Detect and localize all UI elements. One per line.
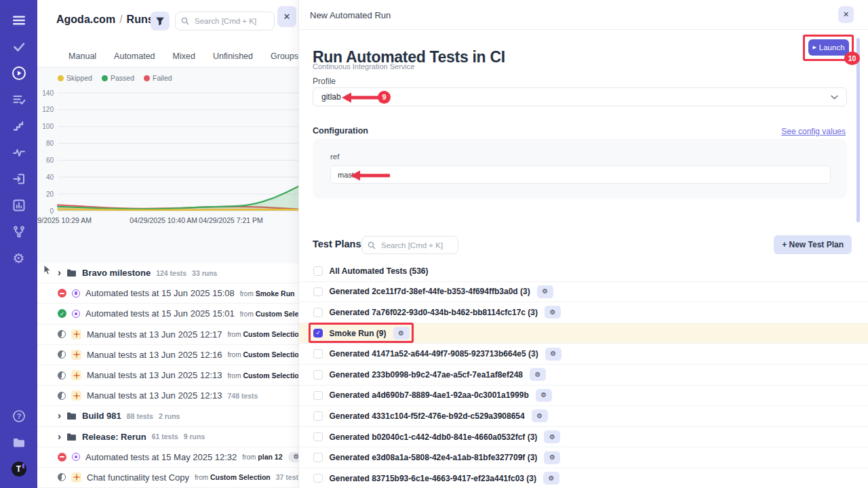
test-plan-checkbox[interactable] [313, 308, 323, 317]
run-title: Automated tests at 15 Jun 2025 15:01 [85, 308, 235, 319]
close-drawer-button[interactable]: ✕ [838, 6, 854, 23]
folder-icon [66, 268, 77, 277]
launch-button[interactable]: ▶ Launch [808, 39, 849, 56]
chevron-right-icon[interactable]: › [58, 410, 61, 420]
bar-chart-icon[interactable] [9, 196, 28, 215]
test-plan-settings-button[interactable]: ⚙ [545, 348, 561, 361]
test-plan-settings-button[interactable]: ⚙ [537, 285, 553, 298]
tab-automated[interactable]: Automated [114, 52, 155, 61]
test-plan-checkbox[interactable] [313, 349, 323, 359]
profile-select[interactable]: gitlab [313, 87, 847, 106]
user-avatar[interactable]: T [9, 460, 28, 479]
test-plan-checkbox[interactable] [313, 474, 323, 483]
filter-button[interactable] [151, 12, 170, 30]
test-plan-settings-button[interactable]: ⚙ [393, 327, 410, 340]
run-row[interactable]: Automated tests at 15 May 2025 12:32from… [37, 447, 298, 468]
play-circle-icon[interactable] [9, 64, 28, 83]
chevron-down-icon [831, 95, 838, 100]
help-icon[interactable]: ? [9, 407, 28, 426]
chevron-right-icon[interactable]: › [58, 431, 61, 441]
breadcrumb-project[interactable]: Agoda.com [56, 14, 115, 25]
run-row[interactable]: ✓Automated tests at 15 Jun 2025 15:01fro… [37, 304, 298, 324]
run-row[interactable]: Automated tests at 15 Jun 2025 15:08from… [37, 283, 298, 304]
test-plan-checkbox[interactable] [313, 432, 323, 442]
run-row[interactable]: Chat functinality test CopyfromCustom Se… [37, 468, 298, 488]
run-row[interactable]: Manual tests at 13 Jun 2025 12:17fromCus… [37, 325, 298, 345]
svg-text:60: 60 [46, 157, 54, 164]
test-plan-row[interactable]: Smoke Run (9)⚙ [299, 323, 868, 344]
test-plan-settings-button[interactable]: ⚙ [544, 430, 560, 443]
test-plan-checkbox[interactable] [313, 391, 323, 401]
run-group-meta: 124 tests [156, 269, 186, 277]
test-plan-row[interactable]: Generated 4331c104-f5f2-476e-b92d-c529a3… [299, 406, 868, 427]
gear-icon[interactable]: ⚙ [9, 249, 28, 268]
gear-icon: ⚙ [540, 392, 547, 399]
test-plan-settings-button[interactable]: ⚙ [543, 472, 559, 485]
list-check-icon[interactable] [9, 90, 28, 109]
manual-run-icon [71, 350, 81, 360]
test-plan-checkbox[interactable] [313, 266, 323, 276]
tab-unfinished[interactable]: Unfinished [213, 52, 253, 61]
test-plans-search-input[interactable] [380, 241, 452, 250]
run-row[interactable]: Manual tests at 13 Jun 2025 12:16fromCus… [37, 345, 298, 365]
test-plan-row[interactable]: Generated 41471a52-a644-49f7-9085-923713… [299, 344, 868, 365]
tab-mixed[interactable]: Mixed [173, 52, 195, 61]
run-group-meta: 2 runs [159, 412, 180, 420]
gear-icon: ⚙ [550, 350, 556, 357]
test-plan-row[interactable]: Generated b02040c1-c442-4db0-841e-4660a0… [299, 427, 868, 448]
run-title: Manual tests at 13 Jun 2025 12:13 [87, 390, 222, 401]
test-plan-checkbox[interactable] [313, 329, 323, 338]
test-plan-settings-button[interactable]: ⚙ [530, 368, 546, 381]
test-plan-checkbox[interactable] [313, 411, 323, 421]
status-stopped-icon [58, 453, 66, 462]
status-progress-icon [58, 371, 66, 380]
see-config-values-link[interactable]: See config values [781, 127, 846, 136]
import-icon[interactable] [9, 169, 28, 188]
activity-icon[interactable] [9, 143, 28, 162]
run-group-row[interactable]: ›Bravo milestone124 tests33 runs [37, 263, 298, 283]
tab-manual[interactable]: Manual [68, 52, 96, 61]
sparkle-icon [73, 331, 80, 338]
menu-icon[interactable] [9, 11, 28, 30]
run-source-name: Custom Selection [256, 310, 298, 318]
test-plan-settings-button[interactable]: ⚙ [544, 451, 560, 464]
tab-groups[interactable]: Groups [271, 52, 298, 61]
test-plan-row[interactable]: Generated a4d690b7-8889-4ae1-92aa-0c3001… [299, 386, 868, 407]
close-runs-panel-button[interactable]: ✕ [277, 6, 296, 27]
automated-run-icon [72, 310, 80, 318]
folder-icon[interactable] [9, 433, 28, 452]
check-icon[interactable] [9, 37, 28, 56]
run-source-name: Custom Selection [243, 330, 298, 338]
test-plan-checkbox[interactable] [313, 370, 323, 380]
run-settings-tag[interactable]: ⚙test [288, 452, 299, 462]
runs-tabs: ManualAutomatedMixedUnfinishedGroups [37, 45, 298, 68]
run-group-row[interactable]: ›Build 98188 tests2 runs [37, 406, 298, 426]
test-plan-settings-button[interactable]: ⚙ [545, 306, 561, 319]
branch-icon[interactable] [9, 222, 28, 241]
chevron-right-icon[interactable]: › [58, 267, 61, 277]
test-plan-row[interactable]: Generated 233b0998-b9c2-47ae-a5cf-7ea1af… [299, 365, 868, 386]
test-plan-row[interactable]: All Automated Tests (536) [299, 261, 868, 282]
test-plan-settings-button[interactable]: ⚙ [532, 409, 548, 422]
test-plan-checkbox[interactable] [313, 287, 323, 297]
run-row[interactable]: Manual tests at 13 Jun 2025 12:13fromCus… [37, 365, 298, 386]
steps-icon[interactable] [9, 117, 28, 136]
runs-search-input[interactable] [193, 16, 269, 26]
svg-text:0: 0 [50, 207, 54, 215]
test-plan-row[interactable]: Generated 83715b93-6c1e-4663-9417-ef23a4… [299, 468, 868, 488]
status-stopped-icon [58, 289, 66, 298]
gear-icon: ⚙ [549, 454, 555, 461]
run-row[interactable]: Manual tests at 13 Jun 2025 12:13748 tes… [37, 386, 298, 406]
gear-icon: ⚙ [549, 434, 555, 441]
status-progress-icon [58, 392, 66, 400]
scrollbar-thumb[interactable] [856, 38, 860, 222]
test-plan-settings-button[interactable]: ⚙ [536, 389, 552, 402]
test-plan-row[interactable]: Generated 2ce11f7d-38ef-44fe-b353-4f694f… [299, 282, 868, 303]
breadcrumb: Agoda.com/Runs [56, 14, 154, 26]
ref-input[interactable] [330, 165, 831, 184]
test-plan-checkbox[interactable] [313, 453, 323, 462]
test-plan-row[interactable]: Generated 7a76f022-93d0-434b-b462-bb8114… [299, 302, 868, 323]
new-test-plan-button[interactable]: + New Test Plan [774, 235, 852, 254]
test-plan-row[interactable]: Generated e3d08a1a-5808-42e4-a1ab-81bfe3… [299, 447, 868, 468]
run-group-row[interactable]: ›Release: Rerun61 tests9 runs [37, 427, 298, 447]
